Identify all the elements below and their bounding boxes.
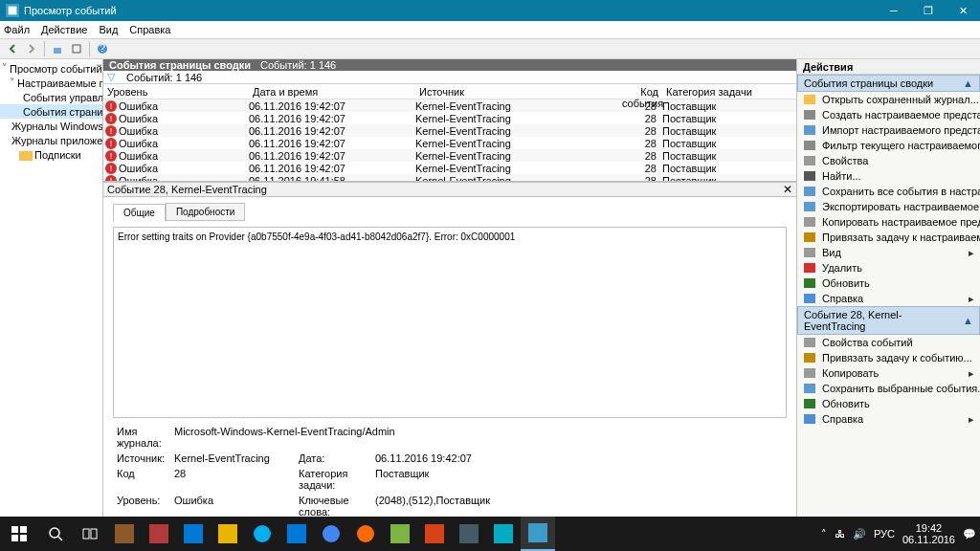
action-item[interactable]: Открыть сохраненный журнал...	[797, 92, 980, 107]
table-row[interactable]: !Ошибка06.11.2016 19:42:07Kernel-EventTr…	[103, 162, 796, 174]
error-icon: !	[105, 138, 117, 149]
svg-rect-23	[804, 248, 815, 257]
action-item[interactable]: Найти...	[797, 168, 980, 184]
action-item[interactable]: Удалить	[797, 260, 980, 276]
start-button[interactable]	[0, 517, 38, 551]
action-item[interactable]: Свойства	[797, 153, 980, 168]
table-row[interactable]: !Ошибка06.11.2016 19:42:07Kernel-EventTr…	[103, 99, 796, 112]
action-item[interactable]: Вид▸	[797, 245, 980, 260]
action-item[interactable]: Справка▸	[797, 411, 980, 427]
taskbar-search[interactable]	[38, 517, 73, 551]
action-item[interactable]: Фильтр текущего настраиваемого представл…	[797, 138, 980, 153]
action-label: Привязать задачу к событию...	[822, 352, 972, 364]
table-row[interactable]: !Ошибка06.11.2016 19:41:58Kernel-EventTr…	[103, 174, 796, 182]
svg-rect-31	[804, 399, 815, 408]
menu-action[interactable]: Действие	[41, 24, 87, 35]
svg-rect-53	[528, 523, 547, 542]
event-description: Error setting traits on Provider {a0b755…	[113, 227, 787, 418]
taskbar-app-5[interactable]	[245, 517, 279, 551]
action-item[interactable]: Экспортировать настраиваемое представлен…	[797, 199, 980, 214]
tray-volume-icon[interactable]: 🔊	[853, 528, 866, 540]
action-item[interactable]: Свойства событий	[797, 335, 980, 350]
help-button[interactable]: ?	[94, 40, 111, 57]
save-icon	[803, 383, 816, 394]
tray-clock[interactable]: 19:42 06.11.2016	[902, 522, 955, 545]
taskbar-app-12[interactable]	[486, 517, 521, 551]
taskbar-app-6[interactable]	[279, 517, 314, 551]
action-item[interactable]: Создать настраиваемое представление...	[797, 107, 980, 122]
svg-rect-28	[804, 353, 815, 363]
back-button[interactable]	[4, 40, 21, 57]
tree-node[interactable]: Подписки	[0, 147, 102, 162]
center-pane: События страницы сводки Событий: 1 146 ▽…	[103, 59, 796, 517]
taskbar-app-11[interactable]	[452, 517, 486, 551]
detail-close-button[interactable]: ✕	[783, 183, 792, 196]
filter-icon	[803, 140, 816, 151]
table-row[interactable]: !Ошибка06.11.2016 19:42:07Kernel-EventTr…	[103, 124, 796, 137]
table-row[interactable]: !Ошибка06.11.2016 19:42:07Kernel-EventTr…	[103, 149, 796, 162]
tree-node[interactable]: ˅Просмотр событий (Локальн	[0, 61, 102, 76]
event-grid[interactable]: Уровень Дата и время Источник Код событи…	[103, 84, 796, 182]
action-item[interactable]: Сохранить выбранные события...	[797, 381, 980, 396]
action-item[interactable]: Импорт настраиваемого представления...	[797, 122, 980, 138]
table-row[interactable]: !Ошибка06.11.2016 19:42:07Kernel-EventTr…	[103, 137, 796, 149]
refresh-icon	[803, 398, 816, 409]
col-eventid[interactable]: Код события	[618, 84, 662, 99]
minimize-button[interactable]: ─	[877, 0, 911, 21]
action-label: Свойства событий	[822, 337, 913, 348]
system-tray[interactable]: ˄ 🖧 🔊 РУС 19:42 06.11.2016 💬	[821, 522, 980, 545]
tree-node[interactable]: ˅Настраиваемые представл	[0, 76, 102, 90]
svg-rect-43	[184, 524, 203, 543]
col-source[interactable]: Источник	[415, 84, 618, 99]
action-item[interactable]: Привязать задачу к настраиваемому предст…	[797, 230, 980, 245]
tray-notifications-icon[interactable]: 💬	[963, 528, 976, 540]
menu-help[interactable]: Справка	[129, 24, 170, 35]
taskbar-app-8[interactable]	[348, 517, 383, 551]
titlebar: Просмотр событий ─ ❐ ✕	[0, 0, 980, 21]
svg-rect-41	[115, 524, 134, 543]
action-label: Справка	[822, 413, 863, 425]
tray-chevron-icon[interactable]: ˄	[821, 528, 827, 540]
svg-rect-36	[20, 535, 27, 541]
close-button[interactable]: ✕	[946, 0, 980, 21]
action-item[interactable]: Привязать задачу к событию...	[797, 350, 980, 365]
action-item[interactable]: Сохранить все события в настраиваемом пр…	[797, 184, 980, 199]
action-item[interactable]: Справка▸	[797, 291, 980, 306]
actions-section-2[interactable]: Событие 28, Kernel-EventTracing ▲	[797, 306, 980, 335]
table-row[interactable]: !Ошибка06.11.2016 19:42:07Kernel-EventTr…	[103, 112, 796, 124]
tray-network-icon[interactable]: 🖧	[835, 528, 845, 540]
col-level[interactable]: Уровень	[103, 84, 249, 99]
svg-rect-17	[804, 156, 815, 165]
maximize-button[interactable]: ❐	[911, 0, 946, 21]
tree-node[interactable]: События управления	[0, 90, 102, 104]
taskbar-app-2[interactable]	[142, 517, 176, 551]
taskbar-eventviewer[interactable]	[521, 517, 555, 551]
actions-section-1[interactable]: События страницы сводки ▲	[797, 75, 980, 92]
col-category[interactable]: Категория задачи	[662, 84, 758, 99]
action-item[interactable]: Копировать настраиваемое представление..…	[797, 214, 980, 230]
tab-details[interactable]: Подробности	[166, 203, 245, 221]
taskbar-taskview[interactable]	[73, 517, 107, 551]
taskbar-app-7[interactable]	[314, 517, 348, 551]
col-date[interactable]: Дата и время	[249, 84, 415, 99]
grid-header[interactable]: Уровень Дата и время Источник Код событи…	[103, 84, 796, 99]
props-button[interactable]	[68, 40, 85, 57]
error-icon: !	[105, 150, 117, 162]
taskbar-app-9[interactable]	[383, 517, 417, 551]
taskbar-app-10[interactable]	[417, 517, 452, 551]
taskbar-app-1[interactable]	[107, 517, 142, 551]
tree-node[interactable]: События страницы сво	[0, 104, 102, 119]
action-item[interactable]: Обновить	[797, 276, 980, 291]
action-item[interactable]: Обновить	[797, 396, 980, 411]
action-item[interactable]: Копировать▸	[797, 365, 980, 381]
tree-node[interactable]: Журналы приложений и сл	[0, 133, 102, 147]
tab-general[interactable]: Общие	[113, 204, 166, 222]
menu-view[interactable]: Вид	[99, 24, 118, 35]
tray-lang[interactable]: РУС	[874, 528, 895, 540]
tree-node[interactable]: Журналы Windows	[0, 119, 102, 133]
taskbar-app-3[interactable]	[176, 517, 211, 551]
up-button[interactable]	[49, 40, 66, 57]
menu-file[interactable]: Файл	[4, 24, 30, 35]
forward-button[interactable]	[23, 40, 40, 57]
taskbar-app-4[interactable]	[211, 517, 245, 551]
